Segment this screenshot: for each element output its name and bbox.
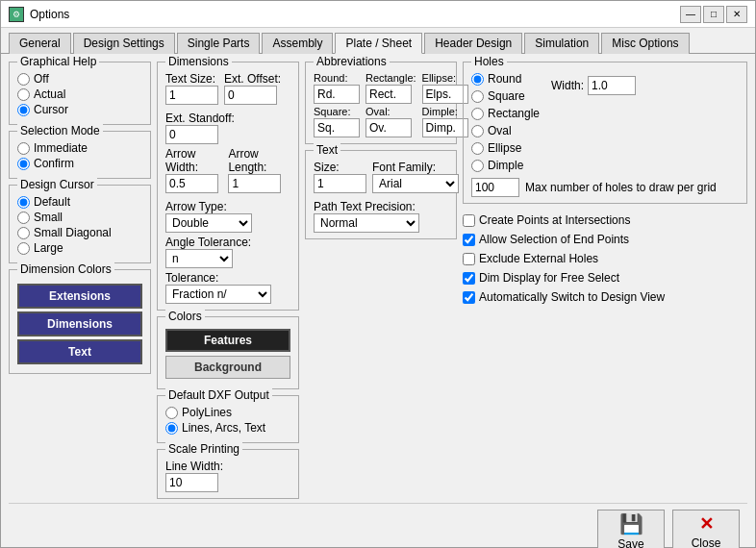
radio-immediate-label: Immediate xyxy=(34,141,88,155)
holes-width-input[interactable] xyxy=(588,76,636,95)
column-4: Holes Round Square xyxy=(463,62,747,499)
arrow-length-input[interactable] xyxy=(228,174,281,193)
ext-offset-input[interactable] xyxy=(224,86,277,105)
abbrev-rectangle: Rectangle: xyxy=(365,72,416,104)
radio-lines-arcs-input[interactable] xyxy=(165,422,178,435)
abbrev-square-input[interactable] xyxy=(314,118,360,137)
tab-bar: General Design Settings Single Parts Ass… xyxy=(1,28,755,54)
tab-assembly[interactable]: Assembly xyxy=(262,33,333,54)
graphical-help-group: Graphical Help Off Actual Cursor xyxy=(9,62,151,125)
abbrev-ellipse-input[interactable] xyxy=(422,85,468,104)
title-bar: ⚙ Options — □ ✕ xyxy=(1,1,755,28)
exclude-external-checkbox[interactable] xyxy=(463,253,475,265)
radio-round-input[interactable] xyxy=(471,73,484,86)
abbrev-round: Round: xyxy=(314,72,360,104)
checkbox-exclude-external: Exclude External Holes xyxy=(463,252,747,265)
radio-immediate: Immediate xyxy=(17,141,142,155)
radio-dimple-label: Dimple xyxy=(488,159,523,172)
radio-ellipse-input[interactable] xyxy=(471,142,484,155)
arrow-type-select[interactable]: Double Single Filled xyxy=(165,213,252,233)
arrow-width-label: Arrow Width: xyxy=(165,147,222,174)
maximize-button[interactable]: □ xyxy=(703,6,724,23)
radio-off-label: Off xyxy=(34,72,49,86)
features-color-button[interactable]: Features xyxy=(165,329,290,352)
selection-mode-group: Selection Mode Immediate Confirm xyxy=(9,131,151,179)
radio-off-input[interactable] xyxy=(17,73,30,86)
tab-general[interactable]: General xyxy=(9,33,71,54)
tab-misc-options[interactable]: Misc Options xyxy=(601,33,689,54)
radio-oval-input[interactable] xyxy=(471,125,484,137)
radio-square-input[interactable] xyxy=(471,90,484,103)
background-color-button[interactable]: Background xyxy=(165,356,290,379)
abbrev-rectangle-input[interactable] xyxy=(365,85,412,104)
radio-small-diagonal: Small Diagonal xyxy=(17,226,142,239)
radio-polylines-input[interactable] xyxy=(165,407,178,419)
arrow-width-input[interactable] xyxy=(165,174,218,193)
text-button[interactable]: Text xyxy=(17,339,142,364)
create-points-checkbox[interactable] xyxy=(463,214,475,227)
abbrev-dimple-input[interactable] xyxy=(422,118,468,137)
abbrev-round-input[interactable] xyxy=(314,85,360,104)
minimize-button[interactable]: — xyxy=(680,6,701,23)
tab-single-parts[interactable]: Single Parts xyxy=(177,33,261,54)
save-label: Save xyxy=(617,537,643,548)
tab-design-settings[interactable]: Design Settings xyxy=(73,33,175,54)
text-size-label2: Size: xyxy=(314,161,366,174)
holes-radio-group: Round Square Rectangle xyxy=(471,72,540,174)
radio-actual-input[interactable] xyxy=(17,88,30,101)
title-bar-left: ⚙ Options xyxy=(9,7,69,22)
radio-rectangle-input[interactable] xyxy=(471,108,484,120)
arrow-type-label: Arrow Type: xyxy=(165,200,290,213)
tab-plate-sheet[interactable]: Plate / Sheet xyxy=(335,33,422,54)
abbrev-square-label: Square: xyxy=(314,106,360,117)
radio-large-label: Large xyxy=(34,241,63,255)
path-text-precision-select[interactable]: Normal High Low xyxy=(314,213,419,233)
radio-immediate-input[interactable] xyxy=(17,142,30,155)
dim-display-checkbox[interactable] xyxy=(463,272,475,285)
auto-switch-checkbox[interactable] xyxy=(463,291,475,304)
radio-small-input[interactable] xyxy=(17,212,30,224)
dimensions-button[interactable]: Dimensions xyxy=(17,311,142,336)
close-button[interactable]: ✕ Close xyxy=(672,510,740,548)
radio-lines-arcs-label: Lines, Arcs, Text xyxy=(182,421,265,435)
abbrev-dimple: Dimple: xyxy=(422,106,468,137)
angle-tolerance-select[interactable]: n 0 1 2 xyxy=(165,249,233,268)
allow-selection-checkbox[interactable] xyxy=(463,234,475,246)
text-size-input[interactable] xyxy=(165,86,218,105)
abbrev-oval-input[interactable] xyxy=(365,118,412,137)
tab-header-design[interactable]: Header Design xyxy=(424,33,522,54)
abbrev-ellipse: Ellipse: xyxy=(422,72,468,104)
radio-square: Square xyxy=(471,89,540,103)
font-family-select[interactable]: Arial Times New Roman Courier xyxy=(372,174,459,193)
tolerance-select[interactable]: Fraction n/ Decimal None xyxy=(165,285,271,304)
radio-large-input[interactable] xyxy=(17,242,30,255)
save-icon: 💾 xyxy=(619,512,643,536)
radio-small-diagonal-input[interactable] xyxy=(17,227,30,239)
ext-standoff-label: Ext. Standoff: xyxy=(165,112,290,125)
window-close-button[interactable]: ✕ xyxy=(726,6,747,23)
radio-confirm-input[interactable] xyxy=(17,158,30,170)
radio-default-input[interactable] xyxy=(17,196,30,209)
abbrev-dimple-label: Dimple: xyxy=(422,106,468,117)
line-width-input[interactable] xyxy=(165,473,218,492)
default-dxf-title: Default DXF Output xyxy=(165,388,272,402)
bottom-bar: 💾 Save ✕ Close xyxy=(9,503,747,548)
text-size-label: Text Size: xyxy=(165,72,218,86)
ext-offset-label: Ext. Offset: xyxy=(224,72,281,86)
radio-square-label: Square xyxy=(488,89,525,103)
max-holes-input[interactable] xyxy=(471,178,519,197)
checkbox-auto-switch: Automatically Switch to Design View xyxy=(463,290,747,304)
text-font-size-input[interactable] xyxy=(314,174,366,193)
radio-polylines-label: PolyLines xyxy=(182,406,232,419)
close-label: Close xyxy=(692,536,721,548)
ext-standoff-input[interactable] xyxy=(165,125,218,144)
app-icon: ⚙ xyxy=(9,7,24,22)
extensions-button[interactable]: Extensions xyxy=(17,284,142,309)
radio-small-diagonal-label: Small Diagonal xyxy=(34,226,112,239)
save-button[interactable]: 💾 Save xyxy=(597,510,665,548)
radio-cursor-input[interactable] xyxy=(17,104,30,116)
radio-rectangle-label: Rectangle xyxy=(488,107,540,120)
radio-dimple-input[interactable] xyxy=(471,160,484,172)
tab-simulation[interactable]: Simulation xyxy=(524,33,599,54)
default-dxf-group: Default DXF Output PolyLines Lines, Arcs… xyxy=(157,395,299,443)
